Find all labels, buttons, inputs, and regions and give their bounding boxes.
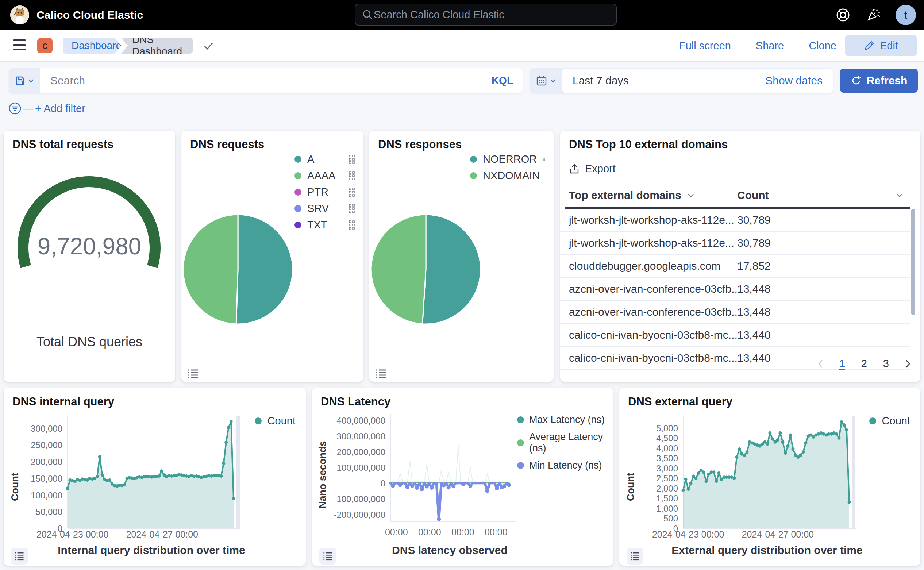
legend-item[interactable]: Count (869, 415, 910, 427)
user-avatar[interactable]: t (895, 5, 916, 25)
help-lifering-icon[interactable] (835, 7, 851, 23)
legend-color-dot (869, 417, 876, 424)
search-icon (362, 9, 373, 20)
news-party-popper-icon[interactable] (865, 6, 882, 23)
legend-item[interactable]: NXDOMAIN (470, 170, 545, 182)
svg-text:1,500: 1,500 (656, 493, 678, 503)
svg-text:150,000: 150,000 (31, 473, 63, 484)
legend-color-dot (294, 156, 302, 163)
global-search-input[interactable] (373, 8, 610, 21)
y-axis-title: Count (625, 473, 636, 501)
date-picker-bar: Last 7 days Show dates (530, 68, 833, 93)
svg-text:400,000,000: 400,000,000 (337, 416, 385, 426)
panel-list-icon[interactable] (187, 367, 200, 380)
panel-dns-internal-query: DNS internal query 050,000100,000150,000… (4, 388, 306, 565)
legend-item[interactable]: NOERROR (470, 153, 545, 165)
legend-label: Max Latency (ns) (529, 414, 605, 426)
svg-text:3,500: 3,500 (656, 453, 678, 463)
kql-search-input[interactable] (50, 74, 484, 87)
legend-label: NXDOMAIN (483, 170, 540, 182)
page-next-icon[interactable] (905, 359, 911, 369)
table-header: Top external domains Count (560, 186, 920, 207)
legend-item[interactable]: A (294, 153, 355, 165)
breadcrumb-dashboard[interactable]: Dashboard (63, 38, 121, 54)
add-filter-button[interactable]: + Add filter (35, 103, 86, 115)
svg-text:2,000: 2,000 (656, 484, 678, 493)
table-body: jlt-worksh-jlt-workshop-aks-112e...30,78… (560, 209, 910, 370)
panel-title: DNS Latency (321, 395, 391, 408)
page-prev-icon[interactable] (817, 359, 823, 369)
drag-handle-icon[interactable] (542, 155, 545, 164)
show-dates-button[interactable]: Show dates (765, 74, 823, 87)
panel-title: DNS responses (378, 138, 462, 151)
menu-hamburger-icon[interactable] (13, 40, 26, 51)
kql-language-button[interactable]: KQL (484, 75, 513, 86)
share-button[interactable]: Share (756, 40, 784, 52)
drag-handle-icon[interactable] (349, 221, 355, 230)
legend-item[interactable]: TXT (294, 219, 355, 231)
svg-text:200,000,000: 200,000,000 (337, 447, 385, 457)
count-cell: 13,440 (737, 352, 771, 364)
column-header-count[interactable]: Count (737, 189, 903, 201)
count-cell: 13,440 (737, 329, 771, 341)
full-screen-button[interactable]: Full screen (679, 40, 731, 52)
refresh-button-label: Refresh (867, 74, 907, 87)
drag-handle-icon[interactable] (349, 155, 355, 164)
refresh-button[interactable]: Refresh (840, 69, 918, 93)
legend-item[interactable]: Max Latency (ns) (517, 414, 612, 426)
export-button[interactable]: Export (569, 163, 616, 175)
panel-list-button[interactable] (11, 548, 28, 564)
svg-text:1,000: 1,000 (656, 504, 678, 513)
domain-cell: clouddebugger.googleapis.com (569, 260, 720, 272)
page-1[interactable]: 1 (839, 358, 845, 370)
filter-icon[interactable] (8, 101, 22, 115)
export-label: Export (585, 163, 616, 175)
chevron-down-icon (28, 79, 34, 83)
date-quick-select-button[interactable] (530, 68, 562, 93)
drag-handle-icon[interactable] (349, 171, 355, 181)
table-row: calico-cni-ivan-byocni-03cfb8-mc...13,44… (560, 324, 910, 347)
legend-item[interactable]: Average Latency (ns) (517, 431, 612, 454)
external-query-legend[interactable]: Count (869, 415, 910, 427)
saved-check-icon[interactable] (203, 41, 214, 51)
domain-cell: azcni-over-ivan-conference-03cfb... (569, 283, 740, 295)
legend-label: Count (882, 415, 910, 427)
legend-item[interactable]: Min Latency (ns) (517, 460, 612, 471)
space-badge[interactable]: c (37, 38, 52, 53)
drag-handle-icon[interactable] (349, 204, 355, 213)
y-axis-title: Nano seconds (317, 441, 328, 508)
time-range-display[interactable]: Last 7 days Show dates (562, 69, 833, 93)
column-label: Count (737, 189, 769, 201)
panel-list-button[interactable] (627, 548, 644, 564)
column-header-domains[interactable]: Top external domains (569, 189, 694, 201)
legend-item[interactable]: Count (255, 415, 296, 427)
cat-logo-icon (10, 6, 29, 25)
query-bar: KQL (9, 68, 523, 93)
page-3[interactable]: 3 (883, 358, 889, 370)
svg-text:2,500: 2,500 (656, 473, 678, 483)
page-2[interactable]: 2 (861, 358, 867, 370)
legend-color-dot (255, 417, 262, 424)
refresh-icon (850, 75, 861, 86)
legend-item[interactable]: SRV (294, 202, 355, 215)
internal-query-legend[interactable]: Count (255, 415, 296, 427)
global-search[interactable] (355, 4, 617, 26)
panel-dns-external-query: DNS external query 05001,0001,5002,0002,… (619, 388, 920, 565)
drag-handle-icon[interactable] (349, 188, 355, 197)
panel-title: DNS requests (190, 138, 264, 151)
svg-text:100,000: 100,000 (31, 490, 63, 500)
legend-label: PTR (307, 186, 328, 198)
panel-dns-total-requests: DNS total requests 9,720,980 Total DNS q… (4, 131, 175, 382)
panel-list-button[interactable] (319, 548, 336, 564)
time-range-value: Last 7 days (573, 74, 628, 87)
table-scrollbar[interactable] (911, 209, 915, 315)
edit-button[interactable]: Edit (845, 35, 917, 56)
legend-item[interactable]: AAAA (294, 170, 355, 182)
count-cell: 13,448 (737, 306, 771, 318)
saved-query-menu-button[interactable] (9, 68, 40, 93)
panel-list-icon[interactable] (374, 367, 388, 380)
calico-cat-logo[interactable] (10, 6, 29, 25)
count-cell: 30,789 (737, 237, 771, 249)
legend-item[interactable]: PTR (294, 186, 355, 198)
clone-button[interactable]: Clone (809, 40, 837, 52)
